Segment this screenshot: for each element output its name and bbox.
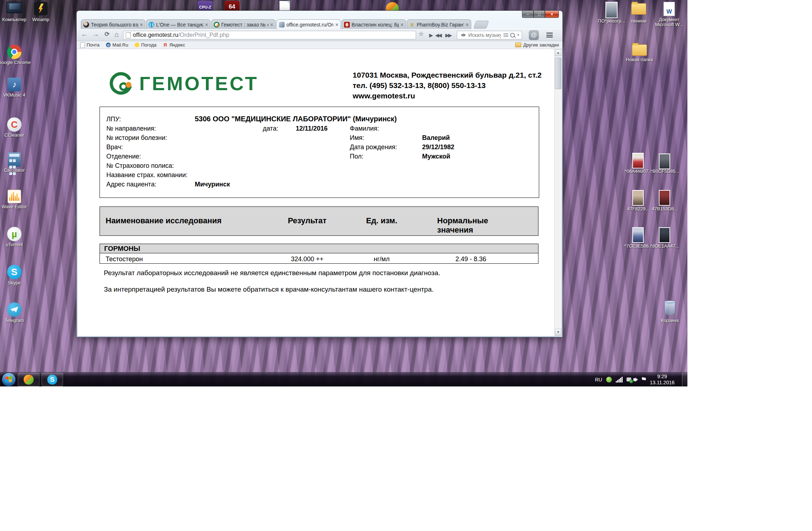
tab-close-icon[interactable]: × bbox=[466, 22, 469, 28]
first-name-value: Валерий bbox=[422, 134, 450, 142]
tab-title: Теория большого взрыв bbox=[91, 22, 138, 28]
recycle-bin-icon bbox=[664, 302, 675, 315]
mailru-agent-button[interactable]: @ bbox=[529, 30, 539, 40]
address-bar[interactable]: office.gemotest.ru/OrderPrint_Pdf.php bbox=[123, 31, 416, 39]
page-favicon bbox=[279, 22, 285, 28]
tab-gemotest-order[interactable]: Гемотест : заказ № 40412 × bbox=[211, 19, 276, 29]
tab-close-icon[interactable]: × bbox=[205, 22, 208, 28]
calculator-icon bbox=[8, 152, 21, 167]
desktop-icon-photo[interactable] bbox=[629, 227, 647, 243]
desktop-icon-winamp[interactable] bbox=[32, 2, 50, 15]
results-table-body: ГОРМОНЫ Тестостерон 324.000 ++ нг/мл 2.4… bbox=[100, 244, 538, 264]
menu-button[interactable] bbox=[546, 33, 553, 38]
desktop-icon-word-doc[interactable] bbox=[660, 2, 678, 16]
show-desktop-button[interactable] bbox=[682, 372, 687, 387]
taskbar-app-sphere[interactable] bbox=[18, 373, 39, 386]
tab-music[interactable]: ❙❙ L'One — Все танцуют лок × bbox=[146, 19, 211, 29]
desktop-icon-new-folder[interactable] bbox=[630, 44, 649, 56]
desktop-icon-ccleaner[interactable]: C bbox=[5, 117, 24, 132]
bookmark-pogoda[interactable]: Погода bbox=[135, 42, 156, 48]
gemotest-logo-icon bbox=[108, 70, 134, 96]
previous-track-button[interactable]: ◀◀ bbox=[435, 33, 441, 38]
url-text: office.gemotest.ru/OrderPrint_Pdf.php bbox=[133, 32, 229, 38]
tab-close-icon[interactable]: × bbox=[270, 22, 273, 28]
desktop-icon-computer[interactable] bbox=[5, 2, 24, 13]
start-button[interactable] bbox=[2, 372, 16, 386]
field-label-address: Адрес пациента: bbox=[106, 181, 156, 188]
tab-orderprint-active[interactable]: office.gemotest.ru/OrderP × bbox=[276, 19, 341, 29]
user-photo-icon bbox=[605, 2, 618, 18]
home-button[interactable]: ⌂ bbox=[115, 30, 119, 39]
music-search-box[interactable]: ▼ bbox=[457, 31, 522, 39]
tab-movie[interactable]: Властелин колец: Братва × bbox=[342, 19, 406, 29]
field-label-department: Отделение: bbox=[106, 153, 141, 160]
browser-window: – □ × Теория большого взрыв × ❙❙ L'One —… bbox=[77, 11, 562, 337]
other-bookmarks-button[interactable]: Другие закладки bbox=[515, 42, 559, 48]
tab-pharmboy[interactable]: ♛ PharmBoy.Biz Гарантия ка × bbox=[407, 19, 471, 29]
action-center-flag-icon[interactable] bbox=[642, 377, 646, 382]
desktop-icon-photo[interactable] bbox=[655, 154, 674, 169]
desktop-icon-chrome[interactable] bbox=[5, 45, 24, 59]
page-icon bbox=[126, 32, 131, 38]
desktop-icon-label: Wave Editor bbox=[0, 204, 31, 209]
bookmark-pochta[interactable]: Почта bbox=[80, 42, 100, 48]
tray-time: 9:29 bbox=[650, 374, 675, 380]
desktop-icon-label: Новая папка bbox=[624, 57, 655, 62]
back-button[interactable]: ← bbox=[81, 30, 88, 38]
scrollbar-thumb[interactable] bbox=[555, 58, 561, 89]
scroll-up-button[interactable]: ▲ bbox=[555, 49, 561, 56]
desktop-icon-utorrent[interactable]: µ bbox=[5, 227, 24, 241]
desktop-icon-calculator[interactable] bbox=[5, 152, 24, 167]
antivirus-tray-icon[interactable] bbox=[606, 377, 612, 383]
usb-device-icon[interactable] bbox=[627, 377, 631, 381]
gemotest-favicon bbox=[214, 22, 219, 28]
volume-icon[interactable] bbox=[635, 377, 638, 382]
next-track-button[interactable]: ▶▶ bbox=[445, 33, 451, 38]
desktop-icon-photo[interactable] bbox=[655, 227, 674, 243]
column-header-normal: Нормальные значения bbox=[437, 216, 504, 235]
language-indicator[interactable]: RU bbox=[595, 377, 602, 383]
page-icon bbox=[80, 42, 85, 48]
music-search-input[interactable] bbox=[468, 32, 502, 38]
search-icon[interactable] bbox=[510, 33, 515, 38]
taskbar-app-skype[interactable]: S bbox=[42, 373, 63, 386]
field-label-birthdate: Дата рождения: bbox=[350, 143, 397, 151]
dropdown-arrow-icon[interactable]: ▼ bbox=[517, 33, 520, 37]
movie-favicon bbox=[344, 22, 350, 28]
desktop-icon-label: 47B153D8... bbox=[649, 206, 681, 211]
column-header-unit: Ед. изм. bbox=[366, 216, 397, 225]
network-signal-icon[interactable] bbox=[616, 377, 623, 383]
tray-clock[interactable]: 9:29 13.11.2016 bbox=[650, 374, 675, 386]
reload-button[interactable]: ⟳ bbox=[105, 30, 110, 38]
desktop-icon-photo[interactable] bbox=[629, 153, 647, 169]
desktop-icon-photo[interactable] bbox=[629, 190, 647, 206]
bookmark-yandex[interactable]: ЯЯндекс bbox=[163, 42, 185, 48]
maximize-button[interactable]: □ bbox=[533, 11, 545, 18]
play-button[interactable]: ▶ bbox=[429, 33, 433, 38]
scroll-down-button[interactable]: ▼ bbox=[555, 329, 561, 336]
tab-close-icon[interactable]: × bbox=[140, 22, 143, 28]
word-document-icon bbox=[663, 2, 675, 16]
desktop-icon-skype[interactable]: S bbox=[5, 265, 24, 279]
desktop-icon-user-photo[interactable] bbox=[602, 2, 621, 18]
desktop-icon-wave-editor[interactable] bbox=[5, 190, 24, 203]
bookmark-mailru[interactable]: @Mail.Ru bbox=[106, 42, 128, 48]
desktop-icon-vkmusic[interactable]: ♪ bbox=[5, 78, 24, 91]
list-icon[interactable] bbox=[503, 33, 508, 37]
desktop-icon-recycle-bin[interactable] bbox=[661, 302, 679, 315]
desktop-icon-photo[interactable] bbox=[655, 190, 674, 206]
new-tab-button[interactable] bbox=[473, 21, 489, 29]
folder-icon bbox=[632, 44, 647, 56]
desktop-icon-telegram[interactable] bbox=[5, 302, 24, 317]
vertical-scrollbar[interactable]: ▲ ▼ bbox=[554, 49, 561, 336]
tab-bigbang[interactable]: Теория большого взрыв × bbox=[81, 19, 145, 29]
tab-close-icon[interactable]: × bbox=[401, 22, 403, 28]
close-button[interactable]: × bbox=[545, 11, 559, 18]
desktop-icon-folder[interactable] bbox=[629, 3, 648, 15]
bookmark-star-icon[interactable]: ☆ bbox=[419, 30, 424, 37]
tab-close-icon[interactable]: × bbox=[335, 22, 338, 28]
minimize-button[interactable]: – bbox=[522, 11, 533, 18]
forward-button[interactable]: → bbox=[92, 30, 99, 38]
desktop-icon-label: ^8DE1AA47... bbox=[649, 244, 681, 249]
field-label-gender: Пол: bbox=[350, 153, 363, 160]
